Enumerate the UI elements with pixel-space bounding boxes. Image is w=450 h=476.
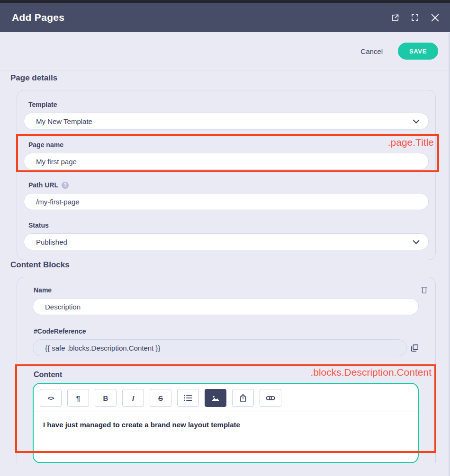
page-name-label: Page name [28, 141, 429, 149]
action-bar: Cancel SAVE [0, 32, 450, 70]
code-icon[interactable]: <> [40, 389, 62, 407]
help-icon[interactable]: ? [62, 182, 69, 189]
cancel-button[interactable]: Cancel [360, 47, 383, 55]
status-value: Published [36, 238, 67, 246]
block-name-label: Name [34, 286, 419, 294]
unordered-list-icon[interactable] [177, 389, 199, 407]
path-url-label: Path URL [28, 181, 58, 189]
page-details-card: Template My New Template .page.Title Pag… [17, 90, 436, 260]
template-select[interactable]: My New Template [24, 113, 429, 130]
link-icon[interactable] [260, 389, 281, 407]
strikethrough-icon[interactable]: S [150, 389, 171, 407]
image-icon[interactable] [205, 389, 226, 407]
bold-icon[interactable]: B [95, 389, 117, 407]
chevron-down-icon [413, 238, 420, 246]
italic-icon[interactable]: I [122, 389, 144, 407]
block-name-input[interactable]: Description [33, 298, 419, 315]
copy-icon[interactable] [411, 344, 419, 352]
chevron-down-icon [413, 117, 420, 125]
close-icon[interactable] [427, 10, 442, 25]
save-button[interactable]: SAVE [398, 43, 438, 60]
code-reference-input[interactable]: {{ safe .blocks.Description.Content }} [33, 339, 407, 356]
status-field-group: Status Published [24, 221, 429, 250]
content-blocks-heading: Content Blocks [10, 260, 450, 270]
modal-header-actions [387, 10, 442, 25]
modal-header: Add Pages [0, 3, 450, 32]
status-label: Status [28, 221, 429, 229]
status-select[interactable]: Published [24, 233, 429, 250]
upload-icon[interactable] [232, 389, 254, 407]
editor-toolbar: <> ¶ B I S [34, 384, 418, 412]
content-label: Content [34, 370, 419, 379]
fullscreen-icon[interactable] [407, 10, 423, 25]
path-url-field-group: Path URL ? /my-first-page [24, 181, 429, 210]
code-reference-field-group: #CodeReference {{ safe .blocks.Descripti… [33, 327, 419, 356]
rich-text-editor: <> ¶ B I S [33, 383, 419, 463]
block-name-field-group: Name Description [33, 286, 419, 315]
template-field-group: Template My New Template [24, 101, 429, 130]
code-reference-label: #CodeReference [34, 327, 419, 335]
modal-body: Page details Template My New Template .p… [0, 70, 450, 476]
modal-title: Add Pages [12, 12, 64, 23]
content-field-group: .blocks.Description.Content Content <> ¶… [33, 370, 419, 463]
paragraph-icon[interactable]: ¶ [67, 389, 89, 407]
template-value: My New Template [36, 117, 92, 125]
page-details-heading: Page details [10, 73, 450, 83]
content-block-card: Name Description #CodeReference {{ safe … [17, 277, 436, 463]
open-in-new-icon[interactable] [387, 10, 403, 25]
editor-text-area[interactable]: I have just managed to create a brand ne… [34, 412, 418, 463]
page-name-field-group: .page.Title Page name My first page [24, 141, 429, 170]
page-name-input[interactable]: My first page [24, 153, 429, 170]
delete-block-icon[interactable] [421, 286, 428, 294]
template-label: Template [28, 101, 429, 108]
path-url-input[interactable]: /my-first-page [24, 193, 429, 210]
